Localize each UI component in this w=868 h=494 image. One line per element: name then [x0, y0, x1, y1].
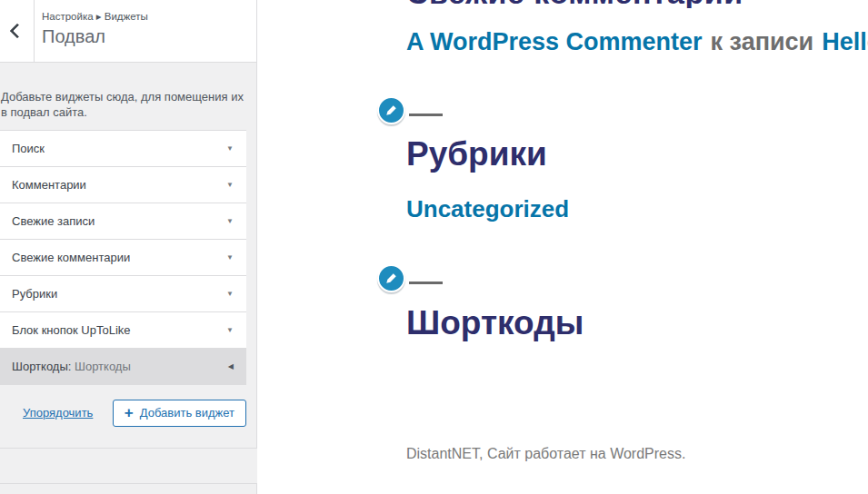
edit-pencil-icon — [384, 272, 398, 285]
panel-actions: Упорядочить + Добавить виджет — [0, 399, 246, 427]
reorder-link[interactable]: Упорядочить — [23, 406, 93, 420]
comment-connector-text: к записи — [711, 28, 814, 55]
widget-row-comments[interactable]: Комментарии ▼ — [0, 167, 246, 203]
widget-heading-categories: Рубрики — [406, 137, 547, 171]
widget-heading-recent-comments: Свежие комментарии — [406, 0, 843, 8]
widget-label: Блок кнопок UpToLike — [12, 323, 131, 337]
comment-author-link[interactable]: A WordPress Commenter — [406, 28, 703, 55]
widget-heading-shortcodes: Шорткоды — [406, 306, 584, 340]
widget-label: Свежие записи — [12, 214, 95, 228]
chevron-down-icon: ▼ — [226, 182, 234, 189]
chevron-down-icon: ▼ — [226, 291, 234, 298]
widget-row-uptolike[interactable]: Блок кнопок UpToLike ▼ — [0, 312, 246, 349]
edit-pencil-icon — [384, 104, 398, 117]
site-preview: Свежие комментарии A WordPress Commenter… — [257, 0, 868, 494]
edit-widget-button-shortcodes[interactable] — [377, 264, 405, 292]
chevron-down-icon: ▼ — [226, 327, 234, 334]
chevron-down-icon: ▼ — [226, 254, 234, 262]
customizer-header: Настройка ▸ Виджеты Подвал — [0, 0, 256, 63]
widget-label: Поиск — [12, 142, 45, 155]
chevron-down-icon: ▼ — [226, 218, 234, 225]
widget-label: Свежие комментарии — [12, 251, 130, 264]
page-title: Подвал — [42, 26, 148, 47]
plus-icon: + — [125, 405, 134, 420]
edit-widget-button-categories[interactable] — [377, 96, 405, 124]
back-icon — [9, 24, 25, 39]
back-button[interactable] — [0, 0, 35, 62]
collapsed-section-strip[interactable] — [0, 448, 257, 484]
site-footer-credit: DistantNET, Сайт работает на WordPress. — [406, 446, 685, 462]
widget-title-separator-bar — [409, 282, 443, 284]
widget-label: Комментарии — [12, 178, 86, 192]
add-widget-label: Добавить виджет — [140, 406, 234, 420]
widget-row-recent-comments[interactable]: Свежие комментарии ▼ — [0, 240, 246, 276]
widget-list: Поиск ▼ Комментарии ▼ Свежие записи ▼ Св… — [0, 130, 246, 385]
breadcrumb: Настройка ▸ Виджеты — [42, 10, 148, 23]
widget-label: Шорткоды: Шорткоды — [12, 360, 131, 373]
chevron-down-icon: ▼ — [226, 145, 234, 153]
chevron-left-icon: ◀ — [228, 363, 234, 370]
widget-label: Рубрики — [12, 287, 57, 301]
widget-sublabel: Шорткоды — [75, 360, 131, 373]
comment-post-link[interactable]: Hello world! — [822, 28, 868, 55]
widget-row-categories[interactable]: Рубрики ▼ — [0, 276, 246, 312]
panel-description: Добавьте виджеты сюда, для помещения их … — [0, 63, 256, 120]
widget-title-separator-bar — [409, 114, 443, 116]
widget-row-recent-posts[interactable]: Свежие записи ▼ — [0, 203, 246, 240]
recent-comment-entry: A WordPress Commenterк записиHello world… — [406, 27, 868, 56]
clipped-widget-heading: Свежие комментарии — [406, 0, 843, 8]
header-text: Настройка ▸ Виджеты Подвал — [35, 0, 155, 62]
add-widget-button[interactable]: + Добавить виджет — [113, 400, 246, 427]
widget-row-shortcodes[interactable]: Шорткоды: Шорткоды ◀ — [0, 349, 246, 385]
category-link-uncategorized[interactable]: Uncategorized — [406, 195, 569, 223]
widget-row-search[interactable]: Поиск ▼ — [0, 131, 246, 167]
customizer-sidebar: Настройка ▸ Виджеты Подвал Добавьте видж… — [0, 0, 257, 494]
